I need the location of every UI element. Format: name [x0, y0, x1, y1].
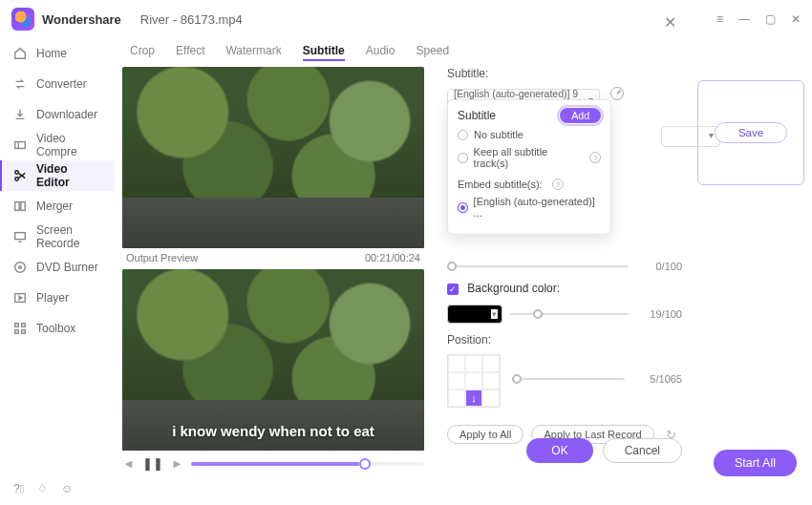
disc-icon [13, 261, 27, 274]
search-subtitle-icon[interactable] [610, 87, 624, 100]
sidebar-item-toolbox[interactable]: Toolbox [0, 313, 115, 344]
tab-subtitle[interactable]: Subtitle [303, 42, 345, 61]
editor-tabs: Crop Effect Watermark Subtitle Audio Spe… [122, 38, 682, 67]
home-icon [13, 47, 27, 60]
sidebar-item-dvd-burner[interactable]: DVD Burner [0, 252, 115, 283]
sidebar-item-compressor[interactable]: Video Compre [0, 130, 115, 160]
add-subtitle-button[interactable]: Add [560, 108, 601, 123]
brand-name: Wondershare [42, 12, 121, 27]
subtitle-label: Subtitle: [447, 67, 682, 80]
position-slider-value: 5/1065 [636, 373, 682, 385]
apply-to-all-button[interactable]: Apply to All [447, 425, 524, 444]
prev-button[interactable]: ◄ [122, 456, 135, 471]
file-title: River - 86173.mp4 [140, 12, 243, 27]
embed-label: Embed subtitle(s):? [458, 179, 601, 190]
svg-point-2 [15, 178, 19, 181]
bg-slider-value: 19/100 [636, 308, 682, 320]
sidebar-item-downloader[interactable]: Downloader [0, 99, 115, 130]
svg-rect-12 [22, 330, 26, 334]
close-icon[interactable]: ✕ [664, 13, 676, 32]
popup-title: Subtitle [458, 109, 496, 122]
position-grid[interactable]: ↓ [447, 354, 501, 408]
converter-icon [13, 77, 27, 91]
cancel-button[interactable]: Cancel [603, 438, 682, 463]
download-icon [13, 108, 27, 121]
bg-color-label: Background color: [467, 282, 560, 295]
subtitle-popup: Subtitle Add No subtitle Keep all subtit… [447, 99, 611, 235]
play-icon [13, 291, 27, 305]
next-button[interactable]: ► [171, 456, 183, 471]
radio-no-subtitle[interactable]: No subtitle [458, 129, 601, 140]
preview-output: i know wendy when not to eat [122, 269, 424, 451]
bg-opacity-slider[interactable] [510, 313, 629, 315]
grid-icon [13, 322, 27, 335]
sidebar: Home Converter Downloader Video Compre V… [0, 38, 115, 505]
preview-original [122, 67, 424, 248]
svg-point-6 [15, 263, 26, 273]
arrow-down-icon: ↓ [465, 389, 482, 407]
preview-time: 00:21/00:24 [365, 252, 420, 263]
app-logo [11, 8, 34, 31]
help-icon[interactable]: ?⃝ [13, 482, 24, 495]
window-close-icon[interactable]: ✕ [791, 12, 801, 26]
sidebar-item-home[interactable]: Home [0, 38, 115, 69]
svg-point-7 [19, 266, 22, 269]
ok-button[interactable]: OK [526, 438, 592, 463]
sidebar-item-converter[interactable]: Converter [0, 69, 115, 99]
svg-rect-3 [15, 202, 19, 211]
opacity-slider-1[interactable] [447, 265, 629, 267]
sidebar-item-player[interactable]: Player [0, 283, 115, 313]
compress-icon [13, 138, 27, 152]
minimize-icon[interactable]: ― [738, 12, 750, 26]
merge-icon [13, 200, 27, 213]
svg-rect-0 [15, 142, 26, 149]
playback-slider[interactable] [191, 462, 424, 466]
svg-rect-9 [15, 324, 19, 327]
subtitle-overlay: i know wendy when not to eat [122, 423, 424, 439]
save-button[interactable]: Save [715, 122, 787, 143]
tab-effect[interactable]: Effect [176, 42, 204, 61]
bg-color-swatch[interactable] [447, 305, 502, 324]
start-all-button[interactable]: Start All [714, 450, 797, 476]
svg-rect-11 [15, 330, 19, 334]
radio-keep-all[interactable]: Keep all subtitle track(s)? [458, 146, 601, 169]
tab-crop[interactable]: Crop [130, 42, 155, 61]
hamburger-icon[interactable]: ≡ [716, 12, 723, 26]
bell-icon[interactable]: ♢ [37, 482, 48, 495]
sidebar-item-merger[interactable]: Merger [0, 191, 115, 221]
scissors-icon [13, 169, 27, 182]
maximize-icon[interactable]: ▢ [765, 12, 776, 26]
screen-icon [13, 230, 27, 243]
bg-color-checkbox[interactable]: ✓ [447, 284, 459, 295]
tab-audio[interactable]: Audio [366, 42, 395, 61]
help-tooltip-icon[interactable]: ? [589, 152, 601, 163]
radio-embed-english[interactable]: [English (auto-generated)] ... [458, 196, 601, 219]
svg-rect-4 [21, 202, 25, 211]
output-preview-label: Output Preview [126, 252, 198, 263]
tab-watermark[interactable]: Watermark [225, 42, 281, 61]
sidebar-item-screen-recorder[interactable]: Screen Recorde [0, 221, 115, 252]
tab-speed[interactable]: Speed [416, 42, 449, 61]
position-slider[interactable] [512, 378, 625, 380]
svg-rect-5 [15, 233, 26, 240]
sidebar-item-video-editor[interactable]: Video Editor [0, 160, 115, 191]
position-label: Position: [447, 333, 682, 347]
svg-rect-10 [22, 324, 26, 327]
user-icon[interactable]: ☺ [61, 482, 73, 495]
right-panel: Save Start All [690, 38, 812, 505]
slider-value-1: 0/100 [636, 261, 682, 272]
pause-button[interactable]: ❚❚ [142, 456, 163, 471]
svg-point-1 [15, 171, 19, 175]
help-tooltip-icon-2[interactable]: ? [552, 179, 564, 190]
